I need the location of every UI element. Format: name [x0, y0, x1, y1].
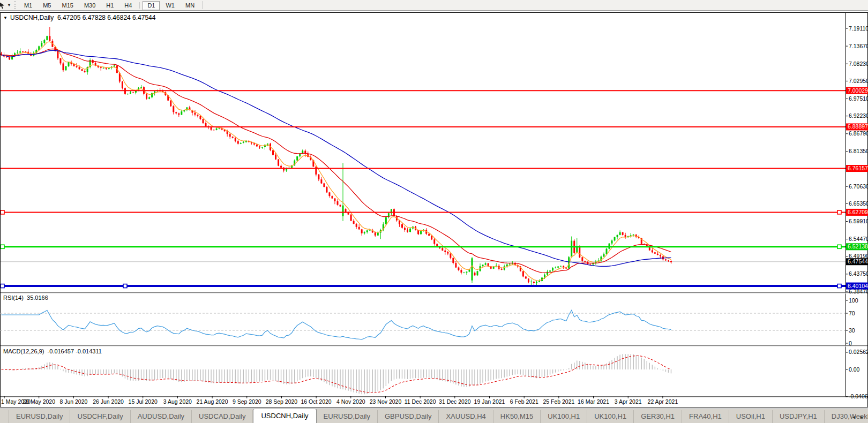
chart-tab-usdjpy-h1[interactable]: USDJPY,H1 [773, 410, 825, 423]
moving-averages [2, 42, 671, 281]
candle-body [49, 36, 50, 41]
candle-body [65, 66, 66, 70]
chart-collapse-icon[interactable]: ▼ [3, 16, 8, 20]
candle-body [417, 230, 419, 235]
candle-body [337, 201, 339, 205]
chart-tab-xauusd-h4[interactable]: XAUUSD,H4 [439, 410, 493, 423]
x-axis-tick-label: 21 Aug 2020 [197, 398, 228, 405]
candle-body [660, 255, 661, 256]
x-axis-tick-label: 16 Oct 2020 [301, 398, 332, 405]
candle-body [19, 51, 21, 52]
candle-body [342, 206, 344, 216]
hline-anchor[interactable] [837, 245, 841, 248]
candle-body [466, 271, 467, 273]
y-axis-tick-label: 6.65350 [849, 200, 868, 207]
candle-body [428, 234, 430, 236]
chart-tabs: EURUSD,DailyUSDCHF,DailyAUDUSD,DailyUSDC… [9, 409, 868, 423]
macd-axis-label: 0.00 [849, 366, 860, 373]
chart-title: ▼USDCNH,Daily 6.47205 6.47828 6.46824 6.… [3, 14, 155, 21]
candle-body [127, 94, 129, 94]
candle-body [235, 138, 236, 141]
x-axis-tick-label: 31 Dec 2020 [439, 398, 471, 405]
candle-body [668, 260, 669, 261]
chart-tab-fra40-h1[interactable]: FRA40,H1 [682, 410, 729, 423]
chart-tab-gbpusd-daily[interactable]: GBPUSD,Daily [378, 410, 439, 423]
hline-anchor[interactable] [1, 245, 4, 248]
x-axis-tick-label: 15 Jul 2020 [129, 398, 158, 405]
chart-tab-eurusd-daily[interactable]: EURUSD,Daily [9, 410, 70, 423]
candle-body [318, 175, 319, 179]
y-axis-tick-label: 7.08230 [849, 61, 868, 67]
rsi-axis-label: 0 [849, 340, 852, 346]
candle-body [205, 123, 207, 126]
tabs-scroll-left-icon[interactable]: ◄ [850, 414, 858, 420]
candle-body [581, 257, 583, 261]
candle-body [442, 248, 443, 250]
hline-anchor[interactable] [1, 284, 4, 288]
candle-body [132, 92, 134, 93]
chart-tab-usdcnh-daily[interactable]: USDCNH,Daily [253, 409, 316, 423]
chart-tab-usoil-h1[interactable]: USOil,H1 [729, 410, 773, 423]
chart-tab-audusd-daily[interactable]: AUDUSD,Daily [131, 410, 192, 423]
candle-body [571, 241, 572, 258]
chart-tab-ger30-h1[interactable]: GER30,H1 [634, 410, 682, 423]
candle-body [353, 221, 355, 223]
candle-body [584, 261, 586, 262]
candle-body [455, 263, 457, 267]
candle-body [232, 137, 234, 138]
chart-tab-uk100-h1[interactable]: UK100,H1 [587, 410, 634, 423]
candle-body [350, 215, 352, 221]
hline-anchor[interactable] [837, 210, 841, 214]
chart-tab-usdcad-daily[interactable]: USDCAD,Daily [192, 410, 253, 423]
candle-body [504, 266, 505, 269]
candle-body [361, 229, 363, 233]
chart-tab-uk100-h1[interactable]: UK100,H1 [541, 410, 587, 423]
candle-body [536, 282, 537, 283]
candle-body [320, 179, 322, 183]
y-axis-tick-label: 6.92230 [849, 112, 868, 119]
medium-ma-line [2, 49, 671, 273]
chart-tab-hk50-m15[interactable]: HK50,M15 [493, 410, 541, 423]
candle-body [243, 142, 244, 143]
candle-body [79, 67, 80, 69]
terminal: ▼ M1M5M15M30H1H4D1W1MN 7.191107.136707.0… [0, 0, 868, 423]
candle-body [315, 167, 317, 175]
candle-body [622, 232, 624, 235]
chart-tab-usdchf-daily[interactable]: USDCHF,Daily [70, 410, 130, 423]
candle-body [296, 156, 298, 161]
candle-body [146, 94, 147, 99]
hline-anchor[interactable] [1, 210, 4, 214]
hline-anchor[interactable] [123, 284, 127, 288]
candle-body [452, 258, 454, 263]
chart-tab-bar: EURUSD,DailyUSDCHF,DailyAUDUSD,DailyUSDC… [0, 409, 868, 423]
candle-body [173, 106, 174, 112]
candle-body [603, 254, 604, 257]
candle-body [633, 235, 634, 235]
y-axis-tick-label: 7.19110 [849, 25, 868, 32]
candle-body [407, 230, 408, 232]
candle-body [463, 273, 465, 273]
x-axis-tick-label: 11 Dec 2020 [405, 398, 436, 405]
chart-canvas[interactable]: 7.191107.136707.082307.029506.975106.922… [0, 0, 868, 423]
y-axis-tick-label: 7.02950 [849, 78, 868, 84]
rsi-pane [2, 310, 671, 339]
hline-anchor[interactable] [837, 284, 841, 288]
candle-body [331, 196, 333, 198]
candle-body [366, 230, 368, 232]
candle-body [203, 119, 204, 123]
candle-body [57, 51, 58, 58]
candle-body [334, 199, 335, 201]
chart-window-border [1, 13, 868, 407]
candle-body [547, 271, 548, 275]
candle-body [181, 111, 182, 115]
price-label-chip-text: 6.52138 [848, 243, 868, 250]
tabs-scroll-right-icon[interactable]: ► [858, 414, 866, 420]
candle-body [122, 81, 123, 88]
y-axis-tick-label: 6.97510 [849, 95, 868, 102]
candle-body [401, 224, 403, 228]
candle-body [140, 87, 142, 88]
candle-body [444, 251, 446, 252]
rsi-line [2, 310, 671, 339]
candle-body [549, 270, 551, 271]
chart-tab-eurusd-daily[interactable]: EURUSD,Daily [317, 410, 378, 423]
